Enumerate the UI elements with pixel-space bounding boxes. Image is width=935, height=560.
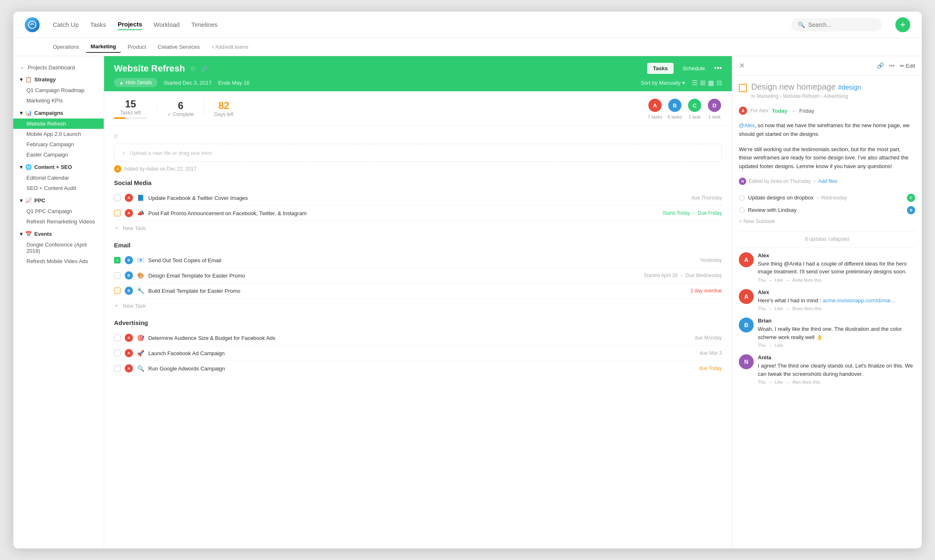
task-checkbox-2[interactable] — [114, 210, 121, 216]
chevron-down-icon: ▾ — [20, 76, 23, 83]
task-name-6[interactable]: Determine Audience Size & Budget for Fac… — [148, 335, 687, 341]
task-row: A 📣 Post Fall Promo Announcement on Face… — [114, 206, 722, 221]
nav-projects[interactable]: Projects — [118, 19, 142, 30]
task-name-2[interactable]: Post Fall Promo Announcement on Facebook… — [148, 210, 655, 216]
comment-time-3: Thu — [758, 343, 766, 348]
list-view-button[interactable]: ☰ — [692, 79, 698, 87]
nav-timelines[interactable]: Timelines — [191, 19, 218, 30]
sidebar-item-marketing-kpis[interactable]: Marketing KPIs — [13, 95, 104, 106]
close-panel-button[interactable]: ✕ — [739, 61, 745, 70]
subtask-avatar-1: C — [907, 194, 915, 202]
collapsed-updates[interactable]: 8 updates collapsed — [739, 231, 915, 247]
like-button-4[interactable]: Like — [775, 380, 783, 384]
add-button[interactable]: + — [895, 17, 910, 32]
comment-text-2: Here's what I had in mind : acme.invisio… — [758, 297, 915, 305]
subtask-checkbox-2[interactable] — [739, 207, 745, 213]
star-icon[interactable]: ☆ — [190, 64, 196, 72]
nav-catchup[interactable]: Catch Up — [53, 19, 79, 30]
task-checkbox-1[interactable] — [114, 195, 121, 201]
avatar-4[interactable]: D 1 task — [707, 98, 722, 119]
link-icon[interactable]: 🔗 — [201, 65, 208, 72]
sidebar-item-february-campaign[interactable]: February Campaign — [13, 139, 104, 149]
sidebar-item-website-refresh[interactable]: Website Refresh — [13, 119, 104, 129]
add-files-link[interactable]: Add files — [819, 178, 838, 184]
task-name-4[interactable]: Design Email Template for Easter Promo — [148, 273, 636, 279]
sidebar-section-events-header[interactable]: ▾ 📅 Events — [13, 228, 104, 240]
sidebar-section-events: ▾ 📅 Events Dongle Conference (April 2018… — [13, 228, 104, 266]
sidebar-item-editorial[interactable]: Editorial Calendar — [13, 173, 104, 183]
sidebar-item-easter-campaign[interactable]: Easter Campaign — [13, 149, 104, 160]
sidebar-item-remarketing[interactable]: Refresh Remarketing Videos — [13, 216, 104, 227]
aidan-avatar: A — [114, 165, 121, 173]
file-upload-drop[interactable]: ＋ Upload a new file or drag one here — [114, 144, 722, 162]
column-view-button[interactable]: ⊞ — [700, 79, 705, 87]
task-breadcrumb: In Marketing › Website Refresh › Adverti… — [751, 93, 861, 99]
task-name-1[interactable]: Update Facebook & Twitter Cover Images — [148, 195, 684, 201]
svg-point-0 — [28, 21, 36, 28]
invision-link[interactable]: acme.invisionapp.com/d/mai… — [823, 297, 896, 304]
tab-creative[interactable]: Creative Services — [153, 41, 205, 52]
link-panel-button[interactable]: 🔗 — [877, 62, 884, 69]
app-logo[interactable] — [25, 17, 40, 32]
nav-workload[interactable]: Workload — [154, 19, 180, 30]
task-name-3[interactable]: Send Out Test Copies of Email — [148, 257, 693, 263]
add-edit-teams[interactable]: + Add/edit teams — [206, 42, 254, 52]
task-row: ✓ B 📧 Send Out Test Copies of Email Yest… — [114, 253, 722, 268]
sidebar-section-content-header[interactable]: ▾ 🌐 Content + SEO — [13, 161, 104, 173]
sidebar-section-strategy-header[interactable]: ▾ 📋 Strategy — [13, 74, 104, 85]
avatar-2[interactable]: B 6 tasks — [667, 98, 682, 119]
ppc-icon: 📈 — [25, 197, 32, 204]
task-name-5[interactable]: Build Email Template for Easter Promo — [148, 288, 683, 294]
comment-time-1: Thu — [758, 278, 766, 282]
avatar-1[interactable]: A 7 tasks — [648, 98, 662, 119]
chevron-down-icon: ▾ — [682, 80, 685, 86]
complete-stat: 6 ✓ Complete — [167, 100, 204, 117]
like-button-1[interactable]: Like — [775, 278, 783, 282]
sidebar-item-seo-audit[interactable]: SEO + Content Audit — [13, 183, 104, 193]
edit-task-button[interactable]: ✏ Edit — [900, 63, 915, 69]
tasks-view-button[interactable]: Tasks — [647, 63, 674, 74]
sidebar-section-ppc-header[interactable]: ▾ 📈 PPC — [13, 195, 104, 206]
new-subtask-button[interactable]: + New Subtask — [739, 216, 915, 226]
sidebar-item-ppc-campaign[interactable]: Q1 PPC Campaign — [13, 206, 104, 216]
grid-view-button[interactable]: ▦ — [708, 79, 714, 87]
back-to-projects[interactable]: ← Projects Dashboard — [13, 61, 104, 74]
task-checkbox-8[interactable] — [114, 365, 121, 372]
schedule-view-button[interactable]: Schedule — [677, 63, 711, 74]
sidebar-item-dongle-conf[interactable]: Dongle Conference (April 2018) — [13, 240, 104, 256]
search-bar[interactable]: 🔍 — [791, 18, 882, 31]
task-name-8[interactable]: Run Google Adwords Campaign — [148, 365, 692, 372]
hide-details-button[interactable]: ▲ Hide Details — [114, 78, 157, 87]
task-checkbox-7[interactable] — [114, 350, 121, 356]
subtask-checkbox-1[interactable] — [739, 195, 745, 201]
tab-operations[interactable]: Operations — [48, 41, 84, 52]
sort-by-button[interactable]: Sort by Manually ▾ — [641, 80, 685, 86]
task-checkbox-3[interactable]: ✓ — [114, 257, 121, 263]
tab-product[interactable]: Product — [123, 41, 151, 52]
task-checkbox-4[interactable] — [114, 272, 121, 279]
nav-tasks[interactable]: Tasks — [90, 19, 106, 30]
tab-marketing[interactable]: Marketing — [86, 41, 121, 53]
like-button-2[interactable]: Like — [775, 306, 783, 311]
subtask-avatar-2: B — [907, 206, 915, 214]
tasks-left-number: 15 — [114, 98, 147, 110]
filter-button[interactable]: ⊟ — [717, 79, 722, 87]
sidebar-item-mobile-video-ads[interactable]: Refresh Mobile Video Ads — [13, 256, 104, 266]
search-input[interactable] — [808, 21, 876, 28]
task-name-7[interactable]: Launch Facebook Ad Campaign — [148, 350, 692, 356]
task-checkbox-6[interactable] — [114, 335, 121, 341]
sidebar-item-q1-roadmap[interactable]: Q1 Campaign Roadmap — [13, 85, 104, 95]
sidebar-section-campaigns-header[interactable]: ▾ 📊 Campaigns — [13, 107, 104, 119]
task-checkbox-5[interactable] — [114, 287, 121, 294]
avatar-3[interactable]: C 1 task — [687, 98, 702, 119]
task-due-7: due Mar 3 — [700, 350, 722, 356]
new-task-social[interactable]: ＋ New Task — [114, 221, 722, 235]
task-detail-checkbox[interactable] — [739, 84, 747, 92]
new-task-email[interactable]: ＋ New Task — [114, 299, 722, 313]
more-options-button[interactable]: ••• — [714, 64, 722, 73]
more-panel-button[interactable]: ••• — [889, 62, 895, 69]
sidebar-item-mobile-app[interactable]: Mobile App 2.0 Launch — [13, 129, 104, 139]
comment-anita: N Anita I agree! The third one clearly s… — [739, 354, 915, 384]
plus-icon: ＋ — [121, 149, 126, 157]
like-button-3[interactable]: Like — [775, 343, 783, 348]
